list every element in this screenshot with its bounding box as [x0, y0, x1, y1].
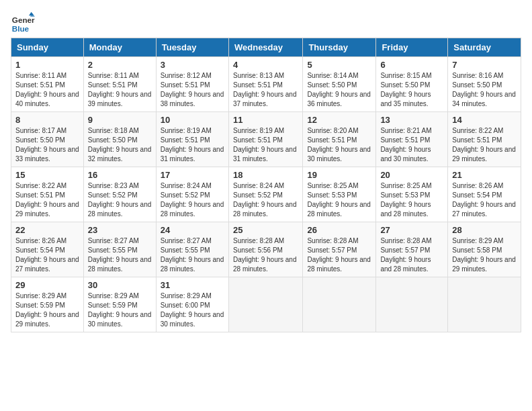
day-cell-9: 9Sunrise: 8:18 AMSunset: 5:50 PMDaylight…	[83, 112, 156, 167]
day-number: 9	[88, 115, 152, 125]
empty-cell	[228, 277, 302, 332]
header: General Blue	[11, 11, 521, 35]
column-header-tuesday: Tuesday	[156, 38, 228, 57]
day-cell-18: 18Sunrise: 8:24 AMSunset: 5:52 PMDayligh…	[228, 167, 302, 222]
day-info: Sunrise: 8:26 AMSunset: 5:54 PMDaylight:…	[452, 181, 517, 219]
day-number: 27	[380, 225, 443, 235]
day-number: 2	[88, 60, 152, 70]
day-info: Sunrise: 8:13 AMSunset: 5:51 PMDaylight:…	[233, 71, 298, 109]
day-cell-29: 29Sunrise: 8:29 AMSunset: 5:59 PMDayligh…	[11, 277, 84, 332]
day-cell-28: 28Sunrise: 8:29 AMSunset: 5:58 PMDayligh…	[448, 222, 521, 277]
day-cell-31: 31Sunrise: 8:29 AMSunset: 6:00 PMDayligh…	[156, 277, 228, 332]
logo-icon: General Blue	[11, 11, 35, 35]
day-number: 12	[307, 115, 371, 125]
day-number: 24	[161, 225, 224, 235]
column-header-sunday: Sunday	[11, 38, 84, 57]
day-info: Sunrise: 8:17 AMSunset: 5:50 PMDaylight:…	[15, 126, 79, 164]
day-cell-1: 1Sunrise: 8:11 AMSunset: 5:51 PMDaylight…	[11, 57, 84, 112]
column-header-friday: Friday	[376, 38, 448, 57]
day-number: 19	[307, 170, 371, 180]
day-cell-10: 10Sunrise: 8:19 AMSunset: 5:51 PMDayligh…	[156, 112, 228, 167]
day-info: Sunrise: 8:22 AMSunset: 5:51 PMDaylight:…	[452, 126, 517, 164]
day-number: 14	[452, 115, 517, 125]
day-number: 11	[233, 115, 298, 125]
day-info: Sunrise: 8:14 AMSunset: 5:50 PMDaylight:…	[307, 71, 371, 109]
column-header-saturday: Saturday	[448, 38, 521, 57]
week-row-2: 8Sunrise: 8:17 AMSunset: 5:50 PMDaylight…	[11, 112, 521, 167]
day-info: Sunrise: 8:29 AMSunset: 5:59 PMDaylight:…	[88, 291, 152, 329]
day-number: 20	[380, 170, 443, 180]
day-cell-24: 24Sunrise: 8:27 AMSunset: 5:55 PMDayligh…	[156, 222, 228, 277]
day-cell-21: 21Sunrise: 8:26 AMSunset: 5:54 PMDayligh…	[448, 167, 521, 222]
day-cell-19: 19Sunrise: 8:25 AMSunset: 5:53 PMDayligh…	[303, 167, 376, 222]
empty-cell	[303, 277, 376, 332]
day-cell-30: 30Sunrise: 8:29 AMSunset: 5:59 PMDayligh…	[83, 277, 156, 332]
day-number: 23	[88, 225, 152, 235]
day-cell-15: 15Sunrise: 8:22 AMSunset: 5:51 PMDayligh…	[11, 167, 84, 222]
day-info: Sunrise: 8:27 AMSunset: 5:55 PMDaylight:…	[161, 236, 224, 274]
day-cell-26: 26Sunrise: 8:28 AMSunset: 5:57 PMDayligh…	[303, 222, 376, 277]
day-number: 6	[380, 60, 443, 70]
week-row-3: 15Sunrise: 8:22 AMSunset: 5:51 PMDayligh…	[11, 167, 521, 222]
day-number: 5	[307, 60, 371, 70]
day-info: Sunrise: 8:24 AMSunset: 5:52 PMDaylight:…	[233, 181, 298, 219]
day-info: Sunrise: 8:25 AMSunset: 5:53 PMDaylight:…	[380, 181, 443, 219]
day-number: 7	[452, 60, 517, 70]
day-cell-11: 11Sunrise: 8:19 AMSunset: 5:51 PMDayligh…	[228, 112, 302, 167]
day-cell-8: 8Sunrise: 8:17 AMSunset: 5:50 PMDaylight…	[11, 112, 84, 167]
day-cell-2: 2Sunrise: 8:11 AMSunset: 5:51 PMDaylight…	[83, 57, 156, 112]
day-info: Sunrise: 8:29 AMSunset: 5:59 PMDaylight:…	[15, 291, 79, 329]
day-info: Sunrise: 8:11 AMSunset: 5:51 PMDaylight:…	[15, 71, 79, 109]
column-header-thursday: Thursday	[303, 38, 376, 57]
day-cell-17: 17Sunrise: 8:24 AMSunset: 5:52 PMDayligh…	[156, 167, 228, 222]
day-cell-23: 23Sunrise: 8:27 AMSunset: 5:55 PMDayligh…	[83, 222, 156, 277]
day-info: Sunrise: 8:24 AMSunset: 5:52 PMDaylight:…	[161, 181, 224, 219]
day-info: Sunrise: 8:16 AMSunset: 5:50 PMDaylight:…	[452, 71, 517, 109]
svg-text:Blue: Blue	[12, 24, 30, 33]
day-info: Sunrise: 8:20 AMSunset: 5:51 PMDaylight:…	[307, 126, 371, 164]
day-cell-12: 12Sunrise: 8:20 AMSunset: 5:51 PMDayligh…	[303, 112, 376, 167]
day-number: 29	[15, 280, 79, 290]
day-cell-20: 20Sunrise: 8:25 AMSunset: 5:53 PMDayligh…	[376, 167, 448, 222]
day-info: Sunrise: 8:25 AMSunset: 5:53 PMDaylight:…	[307, 181, 371, 219]
day-info: Sunrise: 8:19 AMSunset: 5:51 PMDaylight:…	[233, 126, 298, 164]
logo: General Blue	[11, 11, 36, 35]
page-container: General Blue SundayMondayTuesdayWednesda…	[11, 11, 521, 332]
day-number: 10	[161, 115, 224, 125]
day-number: 26	[307, 225, 371, 235]
day-info: Sunrise: 8:29 AMSunset: 5:58 PMDaylight:…	[452, 236, 517, 274]
day-number: 15	[15, 170, 79, 180]
day-number: 4	[233, 60, 298, 70]
day-number: 16	[88, 170, 152, 180]
day-number: 22	[15, 225, 79, 235]
day-number: 8	[15, 115, 79, 125]
day-cell-14: 14Sunrise: 8:22 AMSunset: 5:51 PMDayligh…	[448, 112, 521, 167]
day-number: 18	[233, 170, 298, 180]
day-info: Sunrise: 8:22 AMSunset: 5:51 PMDaylight:…	[15, 181, 79, 219]
day-number: 13	[380, 115, 443, 125]
day-number: 21	[452, 170, 517, 180]
day-cell-27: 27Sunrise: 8:28 AMSunset: 5:57 PMDayligh…	[376, 222, 448, 277]
day-cell-3: 3Sunrise: 8:12 AMSunset: 5:51 PMDaylight…	[156, 57, 228, 112]
day-number: 3	[161, 60, 224, 70]
day-number: 17	[161, 170, 224, 180]
day-info: Sunrise: 8:12 AMSunset: 5:51 PMDaylight:…	[161, 71, 224, 109]
day-number: 30	[88, 280, 152, 290]
day-cell-5: 5Sunrise: 8:14 AMSunset: 5:50 PMDaylight…	[303, 57, 376, 112]
day-number: 31	[161, 280, 224, 290]
day-info: Sunrise: 8:23 AMSunset: 5:52 PMDaylight:…	[88, 181, 152, 219]
day-cell-22: 22Sunrise: 8:26 AMSunset: 5:54 PMDayligh…	[11, 222, 84, 277]
week-row-5: 29Sunrise: 8:29 AMSunset: 5:59 PMDayligh…	[11, 277, 521, 332]
day-info: Sunrise: 8:19 AMSunset: 5:51 PMDaylight:…	[161, 126, 224, 164]
day-info: Sunrise: 8:27 AMSunset: 5:55 PMDaylight:…	[88, 236, 152, 274]
day-cell-7: 7Sunrise: 8:16 AMSunset: 5:50 PMDaylight…	[448, 57, 521, 112]
empty-cell	[448, 277, 521, 332]
day-cell-4: 4Sunrise: 8:13 AMSunset: 5:51 PMDaylight…	[228, 57, 302, 112]
day-info: Sunrise: 8:29 AMSunset: 6:00 PMDaylight:…	[161, 291, 224, 329]
day-info: Sunrise: 8:26 AMSunset: 5:54 PMDaylight:…	[15, 236, 79, 274]
empty-cell	[376, 277, 448, 332]
day-info: Sunrise: 8:28 AMSunset: 5:56 PMDaylight:…	[233, 236, 298, 274]
day-cell-13: 13Sunrise: 8:21 AMSunset: 5:51 PMDayligh…	[376, 112, 448, 167]
day-info: Sunrise: 8:28 AMSunset: 5:57 PMDaylight:…	[307, 236, 371, 274]
day-number: 28	[452, 225, 517, 235]
